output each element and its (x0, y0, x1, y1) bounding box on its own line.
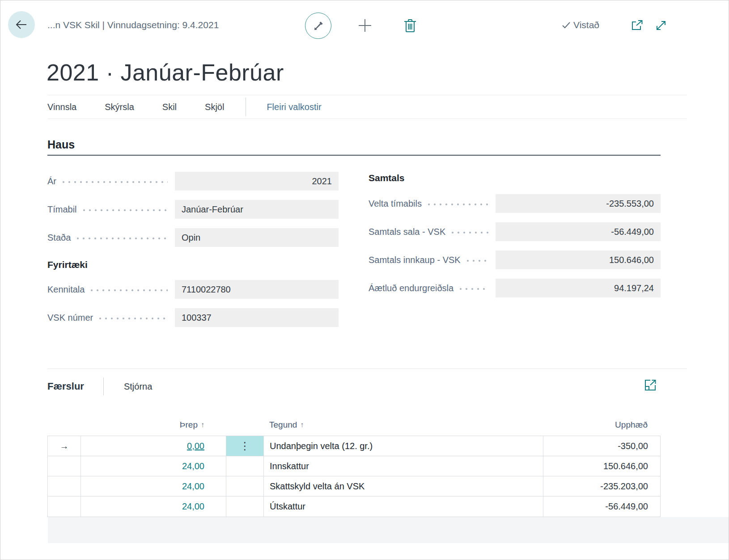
table-body: → 0,00 ⋮ Undanþegin velta (12. gr.) -350… (47, 436, 661, 517)
dotted-leader (467, 260, 488, 262)
field-ar: Ár 2021 (47, 172, 339, 191)
field-vsk-numer-input[interactable]: 100337 (175, 308, 339, 327)
check-icon (561, 20, 572, 30)
back-button[interactable] (8, 11, 35, 38)
field-vsk-numer-label: VSK númer (47, 313, 93, 323)
field-stada-label: Staða (47, 233, 71, 243)
field-samtals-sala-label: Samtals sala - VSK (369, 227, 445, 237)
field-ar-input[interactable]: 2021 (175, 172, 339, 191)
menu-skjol[interactable]: Skjöl (205, 102, 224, 112)
dotted-leader (452, 232, 488, 233)
sort-asc-icon: ↑ (300, 421, 304, 429)
field-aaetlud-endurgreidsla-label: Áætluð endurgreiðsla (369, 283, 454, 293)
dotted-leader (460, 288, 488, 290)
focus-mode-icon (644, 379, 657, 391)
field-stada: Staða Opin (47, 228, 339, 247)
faerslur-title[interactable]: Færslur (47, 381, 84, 392)
field-samtals-innkaup-label: Samtals innkaup - VSK (369, 255, 461, 265)
delete-button[interactable] (403, 18, 417, 33)
subsection-fyrirtaeki-title: Fyrirtæki (47, 259, 339, 270)
field-samtals-innkaup-value[interactable]: 150.646,00 (496, 250, 661, 269)
field-kennitala-input[interactable]: 7110022780 (175, 280, 339, 299)
cell-upphaed[interactable]: -235.203,00 (600, 481, 648, 492)
dotted-leader (99, 318, 168, 319)
action-bar: Vinnsla Skýrsla Skil Skjöl Fleiri valkos… (47, 95, 687, 119)
haus-right-column: Samtals Velta tímabils -235.553,00 Samta… (369, 172, 661, 336)
plus-icon (357, 17, 373, 34)
sort-asc-icon: ↑ (201, 421, 204, 429)
top-bar: ...n VSK Skil | Vinnudagsetning: 9.4.202… (0, 0, 729, 50)
breadcrumb: ...n VSK Skil | Vinnudagsetning: 9.4.202… (47, 0, 219, 50)
new-button[interactable] (357, 17, 373, 34)
col-upphaed-label: Upphæð (615, 420, 648, 430)
table-row[interactable]: → 0,00 ⋮ Undanþegin velta (12. gr.) -350… (48, 436, 660, 456)
menu-skyrsla[interactable]: Skýrsla (105, 102, 134, 112)
page-title: 2021 · Janúar-Febrúar (0, 50, 729, 95)
table-row[interactable]: 24,00 Skattskyld velta án VSK -235.203,0… (48, 476, 660, 496)
faerslur-bar: Færslur Stjórna (47, 369, 687, 395)
haus-underline (47, 155, 661, 156)
cell-threp[interactable]: 24,00 (182, 481, 204, 492)
edit-button[interactable] (305, 13, 331, 39)
cell-tegund[interactable]: Útskattur (270, 501, 305, 512)
field-stada-input[interactable]: Opin (175, 228, 339, 247)
cell-threp[interactable]: 0,00 (187, 441, 204, 451)
col-header-threp[interactable]: Þrep ↑ (81, 420, 226, 430)
menu-skil[interactable]: Skil (162, 102, 177, 112)
cell-upphaed[interactable]: 150.646,00 (603, 461, 648, 471)
field-samtals-sala-value[interactable]: -56.449,00 (496, 222, 661, 241)
row-options-kebab-icon[interactable]: ⋮ (226, 436, 264, 456)
dotted-leader (91, 289, 168, 291)
cell-tegund[interactable]: Innskattur (270, 461, 309, 471)
cell-threp[interactable]: 24,00 (182, 501, 204, 512)
arrow-left-icon (15, 18, 28, 31)
field-samtals-sala: Samtals sala - VSK -56.449,00 (369, 222, 661, 241)
cell-threp[interactable]: 24,00 (182, 461, 204, 471)
trash-icon (403, 18, 417, 33)
dotted-leader (428, 204, 488, 205)
field-vsk-numer: VSK númer 100337 (47, 308, 339, 327)
section-haus-title[interactable]: Haus (47, 138, 729, 151)
menu-fleiri-valkostir[interactable]: Fleiri valkostir (267, 102, 321, 112)
row-pointer-icon: → (48, 436, 81, 456)
field-samtals-innkaup: Samtals innkaup - VSK 150.646,00 (369, 250, 661, 269)
field-timabil-input[interactable]: Janúar-Febrúar (175, 200, 339, 219)
action-bar-divider (246, 98, 246, 116)
table-header: Þrep ↑ Tegund ↑ Upphæð (47, 395, 661, 436)
save-status: Vistað (561, 0, 599, 50)
resize-diagonal-icon (655, 19, 667, 32)
dotted-leader (83, 209, 168, 211)
field-velta-timabils-value[interactable]: -235.553,00 (496, 194, 661, 213)
dotted-leader (77, 238, 168, 239)
field-ar-label: Ár (47, 176, 56, 187)
col-header-upphaed[interactable]: Upphæð (543, 420, 661, 430)
subsection-samtals-title: Samtals (369, 173, 661, 183)
col-header-tegund[interactable]: Tegund ↑ (263, 420, 543, 430)
toggle-wide-layout-button[interactable] (655, 19, 667, 32)
haus-fields: Ár 2021 Tímabil Janúar-Febrúar Staða Opi… (47, 172, 661, 336)
cell-upphaed[interactable]: -350,00 (618, 441, 648, 451)
faerslur-table: Þrep ↑ Tegund ↑ Upphæð → 0,00 ⋮ Undanþeg… (47, 395, 661, 517)
business-central-window: { "header": { "breadcrumb": "...n VSK Sk… (0, 0, 729, 560)
open-in-new-window-button[interactable] (631, 20, 643, 31)
field-velta-timabils: Velta tímabils -235.553,00 (369, 194, 661, 213)
cell-tegund[interactable]: Skattskyld velta án VSK (270, 481, 364, 492)
haus-left-column: Ár 2021 Tímabil Janúar-Febrúar Staða Opi… (47, 172, 339, 336)
open-in-new-icon (631, 20, 643, 31)
cell-upphaed[interactable]: -56.449,00 (605, 501, 648, 512)
field-aaetlud-endurgreidsla: Áætluð endurgreiðsla 94.197,24 (369, 279, 661, 297)
field-kennitala: Kennitala 7110022780 (47, 280, 339, 299)
faerslur-divider (103, 378, 104, 395)
field-timabil-label: Tímabil (47, 204, 77, 215)
menu-vinnsla[interactable]: Vinnsla (47, 102, 76, 112)
field-kennitala-label: Kennitala (47, 284, 85, 295)
focus-mode-button[interactable] (644, 379, 657, 391)
field-velta-timabils-label: Velta tímabils (369, 199, 422, 209)
table-row[interactable]: 24,00 Innskattur 150.646,00 (48, 456, 660, 476)
col-tegund-label: Tegund (269, 420, 297, 430)
col-threp-label: Þrep (180, 420, 198, 430)
table-row[interactable]: 24,00 Útskattur -56.449,00 (48, 496, 660, 517)
menu-stjorna[interactable]: Stjórna (124, 382, 152, 392)
field-aaetlud-endurgreidsla-value[interactable]: 94.197,24 (496, 279, 661, 297)
cell-tegund[interactable]: Undanþegin velta (12. gr.) (270, 441, 373, 451)
